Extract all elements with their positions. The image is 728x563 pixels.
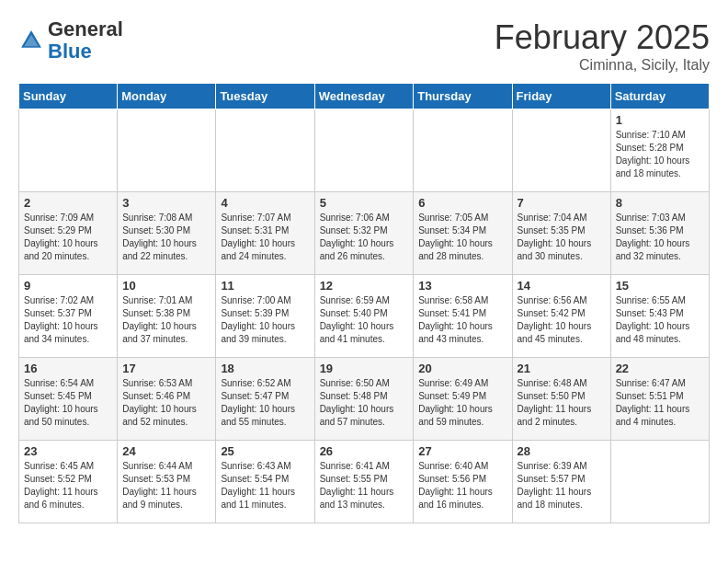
day-number: 14 — [518, 279, 606, 293]
day-number: 23 — [24, 444, 112, 458]
calendar-cell: 23Sunrise: 6:45 AM Sunset: 5:52 PM Dayli… — [19, 441, 118, 523]
calendar-cell — [216, 109, 314, 192]
logo-icon — [18, 28, 44, 53]
day-number: 20 — [418, 362, 506, 375]
day-number: 4 — [221, 196, 309, 210]
calendar-cell — [118, 109, 216, 192]
day-number: 5 — [320, 196, 409, 210]
day-detail: Sunrise: 6:45 AM Sunset: 5:52 PM Dayligh… — [24, 460, 112, 511]
calendar-cell: 6Sunrise: 7:05 AM Sunset: 5:34 PM Daylig… — [414, 192, 512, 275]
calendar-cell: 3Sunrise: 7:08 AM Sunset: 5:30 PM Daylig… — [118, 192, 216, 275]
day-detail: Sunrise: 6:41 AM Sunset: 5:55 PM Dayligh… — [320, 460, 409, 511]
day-detail: Sunrise: 6:50 AM Sunset: 5:48 PM Dayligh… — [320, 377, 409, 429]
day-detail: Sunrise: 6:48 AM Sunset: 5:50 PM Dayligh… — [518, 377, 606, 429]
calendar-week-row: 16Sunrise: 6:54 AM Sunset: 5:45 PM Dayli… — [19, 358, 710, 441]
day-detail: Sunrise: 7:06 AM Sunset: 5:32 PM Dayligh… — [320, 212, 409, 263]
calendar-cell — [414, 109, 512, 192]
calendar-cell: 13Sunrise: 6:58 AM Sunset: 5:41 PM Dayli… — [414, 275, 512, 358]
calendar-cell: 1Sunrise: 7:10 AM Sunset: 5:28 PM Daylig… — [610, 109, 709, 192]
day-detail: Sunrise: 6:59 AM Sunset: 5:40 PM Dayligh… — [320, 294, 409, 346]
calendar-cell: 22Sunrise: 6:47 AM Sunset: 5:51 PM Dayli… — [610, 358, 709, 441]
weekday-header: Tuesday — [216, 84, 314, 109]
calendar-cell: 19Sunrise: 6:50 AM Sunset: 5:48 PM Dayli… — [314, 358, 414, 441]
weekday-header: Saturday — [610, 84, 709, 109]
calendar-cell: 27Sunrise: 6:40 AM Sunset: 5:56 PM Dayli… — [414, 441, 512, 523]
day-number: 2 — [24, 196, 112, 210]
calendar-week-row: 23Sunrise: 6:45 AM Sunset: 5:52 PM Dayli… — [19, 441, 710, 523]
calendar-cell: 14Sunrise: 6:56 AM Sunset: 5:42 PM Dayli… — [512, 275, 610, 358]
calendar-cell: 10Sunrise: 7:01 AM Sunset: 5:38 PM Dayli… — [118, 275, 216, 358]
weekday-header: Wednesday — [314, 84, 414, 109]
calendar-cell — [19, 109, 118, 192]
calendar-cell: 11Sunrise: 7:00 AM Sunset: 5:39 PM Dayli… — [216, 275, 314, 358]
month-year: February 2025 — [495, 18, 710, 57]
title-block: February 2025 Ciminna, Sicily, Italy — [495, 18, 710, 74]
day-number: 10 — [122, 279, 210, 293]
day-detail: Sunrise: 6:49 AM Sunset: 5:49 PM Dayligh… — [418, 377, 506, 429]
day-number: 18 — [221, 362, 309, 375]
calendar-cell: 26Sunrise: 6:41 AM Sunset: 5:55 PM Dayli… — [314, 441, 414, 523]
calendar-cell: 17Sunrise: 6:53 AM Sunset: 5:46 PM Dayli… — [118, 358, 216, 441]
calendar-cell: 12Sunrise: 6:59 AM Sunset: 5:40 PM Dayli… — [314, 275, 414, 358]
calendar-cell: 24Sunrise: 6:44 AM Sunset: 5:53 PM Dayli… — [118, 441, 216, 523]
day-detail: Sunrise: 6:39 AM Sunset: 5:57 PM Dayligh… — [518, 460, 606, 511]
day-detail: Sunrise: 6:53 AM Sunset: 5:46 PM Dayligh… — [122, 377, 210, 429]
calendar-cell — [512, 109, 610, 192]
day-detail: Sunrise: 7:03 AM Sunset: 5:36 PM Dayligh… — [616, 212, 704, 263]
day-detail: Sunrise: 7:04 AM Sunset: 5:35 PM Dayligh… — [518, 212, 606, 263]
calendar-cell — [610, 441, 709, 523]
day-number: 22 — [616, 362, 704, 375]
day-number: 28 — [518, 444, 606, 458]
logo: General Blue — [18, 18, 123, 63]
day-detail: Sunrise: 6:58 AM Sunset: 5:41 PM Dayligh… — [418, 294, 506, 346]
calendar-table: SundayMondayTuesdayWednesdayThursdayFrid… — [18, 83, 710, 523]
calendar-week-row: 2Sunrise: 7:09 AM Sunset: 5:29 PM Daylig… — [19, 192, 710, 275]
page-header: General Blue February 2025 Ciminna, Sici… — [18, 18, 710, 74]
day-number: 19 — [320, 362, 409, 375]
day-detail: Sunrise: 6:47 AM Sunset: 5:51 PM Dayligh… — [616, 377, 704, 429]
day-number: 6 — [418, 196, 506, 210]
day-detail: Sunrise: 6:55 AM Sunset: 5:43 PM Dayligh… — [616, 294, 704, 346]
calendar-cell: 15Sunrise: 6:55 AM Sunset: 5:43 PM Dayli… — [610, 275, 709, 358]
day-detail: Sunrise: 7:09 AM Sunset: 5:29 PM Dayligh… — [24, 212, 112, 263]
calendar-cell: 8Sunrise: 7:03 AM Sunset: 5:36 PM Daylig… — [610, 192, 709, 275]
day-number: 9 — [24, 279, 112, 293]
calendar-cell — [314, 109, 414, 192]
day-detail: Sunrise: 6:52 AM Sunset: 5:47 PM Dayligh… — [221, 377, 309, 429]
day-number: 25 — [221, 444, 309, 458]
weekday-header: Thursday — [414, 84, 512, 109]
calendar-cell: 4Sunrise: 7:07 AM Sunset: 5:31 PM Daylig… — [216, 192, 314, 275]
calendar-cell: 25Sunrise: 6:43 AM Sunset: 5:54 PM Dayli… — [216, 441, 314, 523]
calendar-cell: 18Sunrise: 6:52 AM Sunset: 5:47 PM Dayli… — [216, 358, 314, 441]
calendar-week-row: 1Sunrise: 7:10 AM Sunset: 5:28 PM Daylig… — [19, 109, 710, 192]
weekday-header: Friday — [512, 84, 610, 109]
calendar-cell: 9Sunrise: 7:02 AM Sunset: 5:37 PM Daylig… — [19, 275, 118, 358]
day-detail: Sunrise: 7:10 AM Sunset: 5:28 PM Dayligh… — [616, 129, 704, 180]
calendar-cell: 16Sunrise: 6:54 AM Sunset: 5:45 PM Dayli… — [19, 358, 118, 441]
calendar-cell: 28Sunrise: 6:39 AM Sunset: 5:57 PM Dayli… — [512, 441, 610, 523]
day-detail: Sunrise: 6:40 AM Sunset: 5:56 PM Dayligh… — [418, 460, 506, 511]
day-detail: Sunrise: 7:02 AM Sunset: 5:37 PM Dayligh… — [24, 294, 112, 346]
day-number: 11 — [221, 279, 309, 293]
day-number: 3 — [122, 196, 210, 210]
day-number: 24 — [122, 444, 210, 458]
day-detail: Sunrise: 7:05 AM Sunset: 5:34 PM Dayligh… — [418, 212, 506, 263]
logo-text: General Blue — [48, 18, 123, 63]
day-detail: Sunrise: 6:44 AM Sunset: 5:53 PM Dayligh… — [122, 460, 210, 511]
location: Ciminna, Sicily, Italy — [495, 57, 710, 74]
logo-blue: Blue — [48, 40, 92, 63]
calendar-cell: 5Sunrise: 7:06 AM Sunset: 5:32 PM Daylig… — [314, 192, 414, 275]
day-number: 16 — [24, 362, 112, 375]
day-number: 21 — [518, 362, 606, 375]
calendar-cell: 20Sunrise: 6:49 AM Sunset: 5:49 PM Dayli… — [414, 358, 512, 441]
weekday-header-row: SundayMondayTuesdayWednesdayThursdayFrid… — [19, 84, 710, 109]
day-detail: Sunrise: 6:43 AM Sunset: 5:54 PM Dayligh… — [221, 460, 309, 511]
day-detail: Sunrise: 7:08 AM Sunset: 5:30 PM Dayligh… — [122, 212, 210, 263]
day-number: 7 — [518, 196, 606, 210]
day-detail: Sunrise: 6:54 AM Sunset: 5:45 PM Dayligh… — [24, 377, 112, 429]
logo-general: General — [48, 17, 123, 40]
day-number: 12 — [320, 279, 409, 293]
day-number: 27 — [418, 444, 506, 458]
calendar-cell: 21Sunrise: 6:48 AM Sunset: 5:50 PM Dayli… — [512, 358, 610, 441]
day-number: 15 — [616, 279, 704, 293]
